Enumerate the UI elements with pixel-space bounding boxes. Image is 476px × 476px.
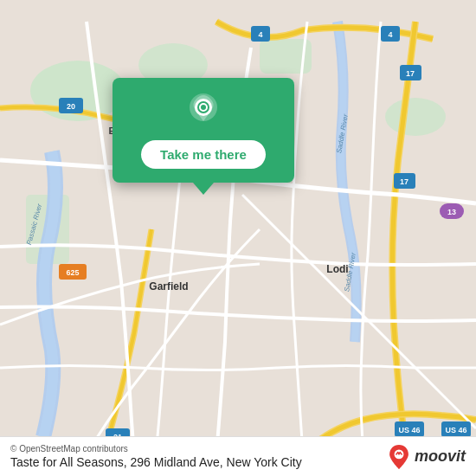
- svg-text:625: 625: [66, 268, 79, 277]
- moovit-logo: moovit: [387, 445, 466, 469]
- location-pin-icon: [184, 93, 222, 132]
- svg-point-4: [385, 98, 446, 136]
- svg-text:US 46: US 46: [398, 426, 420, 434]
- svg-point-37: [201, 105, 206, 110]
- popup-card: Take me there: [113, 78, 294, 183]
- osm-credit: © OpenStreetMap contributors: [10, 444, 302, 453]
- svg-text:4: 4: [388, 30, 392, 39]
- bottom-bar-info: © OpenStreetMap contributors Taste for A…: [10, 444, 302, 469]
- svg-text:17: 17: [400, 177, 408, 186]
- svg-text:20: 20: [67, 102, 75, 111]
- svg-text:4: 4: [258, 30, 262, 39]
- svg-text:US 46: US 46: [445, 426, 466, 434]
- map-background: 4 4 17 17 20 21 US 46 US 46 625 13 Elmwo…: [0, 0, 476, 476]
- svg-text:13: 13: [447, 208, 456, 216]
- location-label: Taste for All Seasons, 296 Midland Ave, …: [10, 455, 302, 469]
- svg-text:17: 17: [406, 69, 415, 78]
- map-container: 4 4 17 17 20 21 US 46 US 46 625 13 Elmwo…: [0, 0, 476, 476]
- take-me-there-button[interactable]: Take me there: [141, 140, 266, 169]
- bottom-bar: © OpenStreetMap contributors Taste for A…: [0, 436, 476, 476]
- moovit-pin-icon: [387, 445, 411, 469]
- svg-text:Garfield: Garfield: [149, 280, 188, 293]
- moovit-text: moovit: [415, 447, 466, 466]
